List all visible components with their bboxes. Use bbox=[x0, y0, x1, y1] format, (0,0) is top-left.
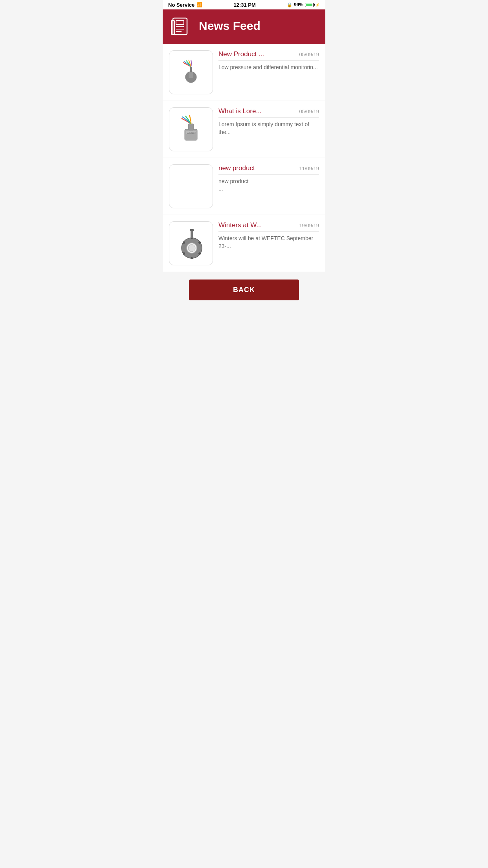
feed-thumbnail-4 bbox=[169, 221, 213, 265]
list-item[interactable]: new product 11/09/19 new product... bbox=[163, 158, 325, 215]
svg-point-19 bbox=[183, 252, 185, 255]
feed-content-3: new product 11/09/19 new product... bbox=[218, 164, 319, 193]
svg-point-21 bbox=[188, 245, 195, 252]
feed-date-3: 11/09/19 bbox=[299, 166, 319, 171]
status-right: 🔒 99% ⚡ bbox=[287, 2, 320, 7]
back-button[interactable]: BACK bbox=[189, 280, 299, 300]
status-left: No Service 📶 bbox=[168, 2, 202, 8]
feed-content-4: Winters at W... 19/09/19 Winters will be… bbox=[218, 221, 319, 250]
feed-title-1: New Product ... bbox=[218, 50, 296, 58]
feed-content-2: What is Lore... 05/09/19 Lorem Ipsum is … bbox=[218, 107, 319, 136]
time-display: 12:31 PM bbox=[233, 2, 255, 8]
feed-divider-1 bbox=[218, 61, 319, 61]
feed-header-4: Winters at W... 19/09/19 bbox=[218, 221, 319, 229]
charging-icon: ⚡ bbox=[315, 3, 320, 7]
battery-icon bbox=[305, 3, 314, 7]
feed-desc-3: new product... bbox=[218, 178, 248, 192]
news-feed-list: New Product ... 05/09/19 Low pressure an… bbox=[163, 44, 325, 272]
list-item[interactable]: WINTERS What is Lore... 05/09/19 Lorem I… bbox=[163, 101, 325, 158]
feed-divider-4 bbox=[218, 232, 319, 232]
svg-rect-12 bbox=[188, 124, 194, 130]
status-bar: No Service 📶 12:31 PM 🔒 99% ⚡ bbox=[163, 0, 325, 9]
svg-rect-2 bbox=[176, 20, 184, 24]
feed-title-3: new product bbox=[218, 164, 296, 172]
svg-rect-7 bbox=[189, 72, 193, 78]
list-item[interactable]: New Product ... 05/09/19 Low pressure an… bbox=[163, 44, 325, 101]
feed-header-2: What is Lore... 05/09/19 bbox=[218, 107, 319, 115]
news-feed-icon bbox=[171, 15, 193, 37]
feed-header-3: new product 11/09/19 bbox=[218, 164, 319, 172]
battery-fill bbox=[306, 4, 312, 6]
svg-point-17 bbox=[198, 252, 201, 255]
svg-rect-23 bbox=[190, 229, 194, 231]
feed-thumbnail-1 bbox=[169, 50, 213, 94]
carrier-text: No Service bbox=[168, 2, 194, 8]
list-item[interactable]: Winters at W... 19/09/19 Winters will be… bbox=[163, 215, 325, 272]
feed-thumbnail-2: WINTERS bbox=[169, 107, 213, 151]
feed-divider-3 bbox=[218, 175, 319, 175]
battery-percent: 99% bbox=[294, 2, 303, 7]
svg-point-16 bbox=[198, 241, 201, 244]
svg-rect-8 bbox=[190, 67, 192, 72]
svg-text:WINTERS: WINTERS bbox=[187, 132, 196, 134]
lock-icon: 🔒 bbox=[287, 2, 292, 7]
wifi-icon: 📶 bbox=[196, 2, 202, 7]
feed-desc-4: Winters will be at WEFTEC September 23-.… bbox=[218, 235, 313, 249]
sensor2-image: WINTERS bbox=[175, 114, 207, 145]
feed-divider-2 bbox=[218, 118, 319, 118]
feed-title-4: Winters at W... bbox=[218, 221, 296, 229]
feed-desc-2: Lorem Ipsum is simply dummy text of the.… bbox=[218, 121, 309, 135]
sensor1-image bbox=[175, 57, 207, 88]
feed-date-2: 05/09/19 bbox=[299, 108, 319, 114]
feed-title-2: What is Lore... bbox=[218, 107, 296, 115]
feed-content-1: New Product ... 05/09/19 Low pressure an… bbox=[218, 50, 319, 72]
app-header: News Feed bbox=[163, 9, 325, 44]
feed-date-1: 05/09/19 bbox=[299, 51, 319, 57]
svg-point-20 bbox=[183, 241, 185, 244]
feed-thumbnail-3 bbox=[169, 164, 213, 208]
sensor4-image bbox=[175, 228, 207, 259]
back-container: BACK bbox=[163, 272, 325, 312]
feed-date-4: 19/09/19 bbox=[299, 223, 319, 228]
feed-header-1: New Product ... 05/09/19 bbox=[218, 50, 319, 58]
page-title: News Feed bbox=[199, 19, 261, 33]
feed-desc-1: Low pressure and differential monitorin.… bbox=[218, 64, 318, 70]
